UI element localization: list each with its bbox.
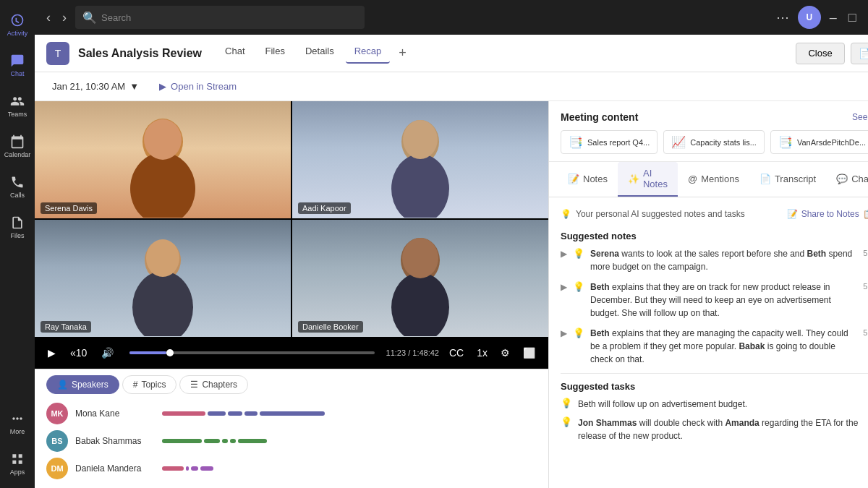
bar [228,411,242,416]
xls-icon: 📈 [671,135,686,149]
file-sales-report[interactable]: 📑 Sales report Q4... [561,130,658,154]
share-notes-icon: 📝 [787,209,798,219]
note-time-1: 5:00 [863,249,868,257]
content-area: Serena Davis Aadi Kapoor [35,101,868,488]
date-selector-value: Jan 21, 10:30 AM [52,81,125,92]
tab-speakers[interactable]: 👤 Speakers [46,375,119,394]
tab-topics[interactable]: # Topics [122,375,177,394]
tab-files[interactable]: Files [257,43,294,64]
file-capacity-stats[interactable]: 📈 Capacity stats lis... [663,130,765,154]
main-content: ‹ › 🔍 ⋯ U – □ ✕ T Sales Analysis Review … [35,0,868,488]
sidebar-label-activity: Activity [7,30,28,37]
participant-name-danielle: Danielle Booker [298,321,363,333]
tab-notes[interactable]: 📝 Notes [558,162,618,197]
close-button[interactable]: Close [796,43,844,64]
close-window-icon[interactable]: ✕ [865,7,868,28]
progress-fill [129,351,166,354]
speaker-name-babak: Babak Shammas [75,436,155,446]
back-icon[interactable]: ‹ [43,7,54,28]
note-time-3: 5:34 [863,328,868,337]
tab-details[interactable]: Details [297,43,343,64]
content-files: 📑 Sales report Q4... 📈 Capacity stats li… [561,130,868,154]
video-cell-aadi: Aadi Kapoor [292,101,548,218]
file-vanarsde-pitch[interactable]: 📑 VanArsdePitchDe... [770,130,868,154]
progress-bar[interactable] [129,351,374,354]
search-bar: 🔍 [75,6,365,29]
tab-ai-notes[interactable]: ✨ AI Notes [618,162,678,197]
participant-name-ray: Ray Tanaka [41,321,91,333]
forward-icon[interactable]: › [59,7,69,28]
ppt-icon: 📑 [569,135,583,149]
meeting-content-header: Meeting content See all [561,111,868,123]
ai-notes-tab-icon: ✨ [628,174,639,184]
copy-icon: 📋 [863,210,868,219]
volume-button[interactable]: 🔊 [97,344,118,361]
sidebar-label-teams: Teams [8,111,27,118]
fullscreen-button[interactable]: ⬜ [519,344,540,361]
sidebar-item-calls[interactable]: Calls [0,168,35,205]
tab-transcript[interactable]: 📄 Transcript [749,162,826,197]
play-button[interactable]: ▶ [43,344,60,361]
settings-button[interactable]: ⚙ [496,344,514,361]
meeting-content-section: Meeting content See all 📑 Sales report Q… [549,101,868,162]
file-name-capacity: Capacity stats lis... [690,138,757,147]
open-in-stream-button[interactable]: ▶ Open in Stream [153,78,242,95]
meeting-tabs: Chat Files Details Recap + [216,43,412,64]
task-item-2: 💡 Jon Shammas will double check with Ama… [561,416,868,442]
meeting-actions: Close 📄 [796,43,868,64]
expand-icon-2[interactable]: ▶ [561,282,567,292]
video-grid: Serena Davis Aadi Kapoor [35,101,548,337]
speaker-row-mona: MK Mona Kane [46,400,537,427]
tab-recap[interactable]: Recap [346,43,391,64]
tab-chapters[interactable]: ☰ Chapters [179,375,248,394]
tab-mentions[interactable]: @ Mentions [678,162,749,197]
date-selector[interactable]: Jan 21, 10:30 AM ▼ [46,78,145,95]
note-bulb-2: 💡 [573,281,584,292]
user-avatar[interactable]: U [798,6,821,29]
speaker-avatar-mona: MK [46,403,68,424]
share-icon-button[interactable]: 📄 [851,43,868,64]
speaker-name-mona: Mona Kane [75,408,155,419]
svg-point-11 [402,238,438,278]
sidebar-item-apps[interactable]: Apps [0,445,35,482]
video-cell-danielle: Danielle Booker [292,220,548,337]
share-notes-button[interactable]: 📝 Share to Notes 📋 [781,206,868,222]
more-options-icon[interactable]: ⋯ [773,7,792,28]
right-panel: Meeting content See all 📑 Sales report Q… [548,101,868,488]
time-display: 11:23 / 1:48:42 [386,348,439,357]
mentions-tab-icon: @ [688,174,697,184]
expand-icon-3[interactable]: ▶ [561,328,567,338]
sidebar-item-chat[interactable]: Chat [0,46,35,84]
see-all-link[interactable]: See all [852,112,868,122]
expand-icon-1[interactable]: ▶ [561,249,567,259]
note-text-1: Serena wants to look at the sales report… [590,247,857,273]
file-name-vanarsde: VanArsdePitchDe... [797,138,866,147]
add-tab-icon[interactable]: + [393,43,412,64]
speed-button[interactable]: 1x [472,344,492,361]
sidebar-item-activity[interactable]: Activity [0,6,35,43]
cc-button[interactable]: CC [445,344,468,361]
divider [561,373,868,374]
sidebar-item-files[interactable]: Files [0,208,35,246]
video-controls: ▶ «10 🔊 11:23 / 1:48:42 CC 1x ⚙ ⬜ [35,337,548,369]
note-item-3: ▶ 💡 Beth explains that they are managing… [561,327,868,366]
bar [186,466,189,471]
task-bulb-1: 💡 [561,398,572,408]
sidebar-label-apps: Apps [10,468,25,476]
search-icon: 🔍 [82,11,97,25]
maximize-icon[interactable]: □ [846,7,859,28]
svg-point-4 [391,154,449,218]
svg-point-7 [132,271,193,336]
sidebar-item-teams[interactable]: Teams [0,87,35,124]
tab-chat[interactable]: Chat [216,43,253,64]
tab-notes-chat[interactable]: 💬 Chat [826,162,868,197]
skip-back-button[interactable]: «10 [66,344,91,361]
sidebar-item-calendar[interactable]: Calendar [0,127,35,165]
task-text-1: Beth will follow up on advertisement bud… [578,398,868,411]
ai-notes-content: 💡 Your personal AI suggested notes and t… [549,197,868,488]
bar [204,439,220,443]
suggested-tasks-title: Suggested tasks [561,381,868,392]
minimize-icon[interactable]: – [827,7,840,28]
search-input[interactable] [101,12,357,23]
sidebar-item-more[interactable]: More [0,404,35,442]
